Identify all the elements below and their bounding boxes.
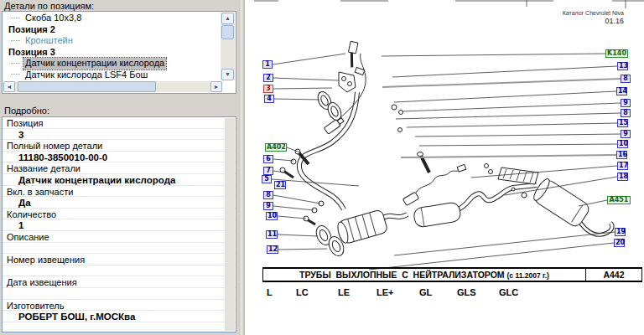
parts-catalog-window: { "left_panel": { "positions_label": "Де…: [0, 0, 644, 335]
footer-title-text: ТРУБЫ ВЫХЛОПНЫЕ С НЕЙТРАЛИЗАТОРОМ: [299, 270, 505, 280]
footer-title-note: (с 11.2007 г.): [507, 271, 549, 280]
trim-level-le: LE: [338, 287, 350, 297]
callout-13[interactable]: 13: [617, 62, 628, 70]
callout-k140[interactable]: K140: [605, 49, 628, 58]
callout-14[interactable]: 14: [616, 87, 627, 95]
callout-15[interactable]: 15: [617, 119, 628, 127]
callout-8[interactable]: 8: [263, 191, 273, 199]
callout-17[interactable]: 17: [617, 162, 628, 170]
callout-3[interactable]: 3: [263, 85, 273, 93]
callout-10[interactable]: 10: [617, 140, 628, 148]
exhaust-system: [280, 41, 612, 258]
callout-5[interactable]: 5: [262, 175, 272, 183]
callout-2[interactable]: 2: [263, 74, 273, 82]
callout-18[interactable]: 18: [617, 173, 628, 181]
callout-9[interactable]: 9: [621, 99, 631, 107]
diagram-footer-table: ТРУБЫ ВЫХЛОПНЫЕ С НЕЙТРАЛИЗАТОРОМ (с 11.…: [262, 267, 642, 299]
resonator: [413, 202, 461, 228]
oxygen-sensor-2: [402, 192, 418, 205]
rear-muffler: [531, 177, 591, 229]
footer-table-code: А442: [585, 269, 641, 281]
callout-9[interactable]: 9: [621, 130, 631, 138]
callout-20[interactable]: 20: [614, 239, 625, 247]
callout-10[interactable]: 10: [266, 212, 278, 220]
trim-level-l: L: [267, 287, 273, 297]
callout-8[interactable]: 8: [621, 75, 631, 83]
callout-16[interactable]: 16: [616, 151, 627, 159]
footer-table-title: ТРУБЫ ВЫХЛОПНЫЕ С НЕЙТРАЛИЗАТОРОМ (с 11.…: [263, 269, 585, 281]
callout-a402[interactable]: A402: [265, 143, 287, 152]
trim-level-glc: GLC: [499, 287, 518, 297]
callout-a451[interactable]: A451: [607, 196, 631, 204]
catalog-page-number: 01.16: [605, 17, 624, 25]
callout-8[interactable]: 8: [621, 109, 631, 117]
trim-level-gl: GL: [419, 287, 432, 297]
callout-7[interactable]: 7: [263, 167, 273, 175]
callout-11[interactable]: 11: [266, 230, 278, 239]
callout-6[interactable]: 6: [263, 155, 273, 163]
callout-19[interactable]: 19: [615, 228, 626, 236]
trim-level-lc: LC: [296, 287, 309, 297]
callout-21[interactable]: 21: [274, 181, 286, 189]
trim-level-gls: GLS: [457, 287, 476, 297]
callout-4[interactable]: 4: [264, 95, 274, 103]
mount-bolt: [345, 41, 358, 67]
footer-title-row: ТРУБЫ ВЫХЛОПНЫЕ С НЕЙТРАЛИЗАТОРОМ (с 11.…: [262, 267, 642, 282]
callout-12[interactable]: 12: [267, 245, 278, 254]
trim-levels-row: LLCLELE+GLGLSGLC: [262, 282, 642, 299]
page-edge-marks: [254, 0, 644, 8]
callout-1[interactable]: 1: [262, 60, 273, 69]
trim-level-le+: LE+: [377, 287, 393, 297]
callout-9[interactable]: 9: [263, 202, 273, 210]
catalog-title: Каталог Chevrolet Niva: [563, 10, 624, 16]
catalytic-converter: [335, 209, 388, 245]
